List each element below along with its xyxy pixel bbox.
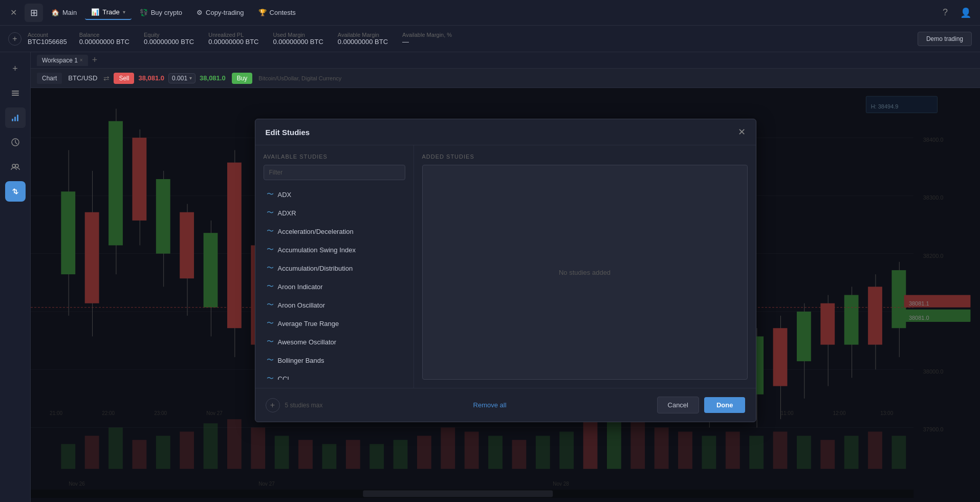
- used-margin-label: Used Margin: [273, 32, 323, 38]
- used-margin-stat: Used Margin 0.00000000 BTC: [273, 32, 323, 46]
- account-label: Account: [28, 32, 67, 38]
- study-item-avg-true[interactable]: 〜 Average True Range: [264, 314, 405, 333]
- left-sidebar: +: [0, 52, 31, 502]
- study-name-cci: CCI: [278, 375, 289, 380]
- sell-button[interactable]: Sell: [114, 73, 134, 84]
- unrealized-pl-stat: Unrealized PL 0.00000000 BTC: [208, 32, 258, 46]
- study-item-adx[interactable]: 〜 ADX: [264, 185, 405, 204]
- contests-icon: 🏆: [258, 9, 267, 16]
- order-size-arrow: ▾: [189, 75, 192, 81]
- account-info: Account BTC1056685: [28, 32, 67, 46]
- study-item-acc-swing[interactable]: 〜 Accumulation Swing Index: [264, 241, 405, 259]
- chart-toolbar: Chart BTC/USD ⇄ Sell 38,081.0 0.001 ▾ 38…: [31, 69, 980, 88]
- study-name-avg-true: Average True Range: [278, 320, 339, 328]
- svg-rect-3: [12, 119, 13, 121]
- chart-canvas: 38400.0 38300.0 38200.0 38100.0 38000.0 …: [31, 88, 980, 502]
- study-wave-icon-acc-dist: 〜: [267, 264, 274, 273]
- study-wave-icon-adx: 〜: [267, 190, 274, 199]
- study-item-awesome[interactable]: 〜 Awesome Oscillator: [264, 333, 405, 351]
- add-widget-icon[interactable]: +: [5, 58, 26, 79]
- modal-actions: + 5 studies max Remove all Cancel Done: [255, 388, 756, 422]
- equity-label: Equity: [144, 32, 194, 38]
- sell-price: 38,081.0: [138, 74, 164, 82]
- clock-icon[interactable]: [5, 132, 26, 152]
- nav-item-trade[interactable]: 📊 Trade ▾: [85, 5, 131, 20]
- add-account-button[interactable]: +: [8, 32, 21, 46]
- study-item-cci[interactable]: 〜 CCI: [264, 369, 405, 380]
- study-wave-icon-accdec: 〜: [267, 227, 274, 236]
- workspace-tab-1[interactable]: Workspace 1 ×: [37, 55, 88, 66]
- modal-body: AVAILABLE STUDIES 〜 ADX 〜 ADXR: [255, 145, 756, 388]
- used-margin-value: 0.00000000 BTC: [273, 38, 323, 46]
- study-name-aroon-osc: Aroon Oscillator: [278, 301, 325, 309]
- added-studies-label: ADDED STUDIES: [422, 154, 748, 160]
- svg-rect-5: [17, 115, 18, 121]
- study-item-adxr[interactable]: 〜 ADXR: [264, 204, 405, 222]
- study-wave-icon-avg-true: 〜: [267, 319, 274, 328]
- workspace-add-button[interactable]: +: [92, 55, 98, 66]
- study-name-accdec: Acceleration/Deceleration: [278, 228, 354, 235]
- chart-subtitle: Bitcoin/UsDollar, Digital Currency: [258, 75, 341, 81]
- study-wave-icon-aroon-osc: 〜: [267, 300, 274, 310]
- grid-icon[interactable]: ⊞: [25, 4, 43, 22]
- add-study-circle-button[interactable]: +: [266, 398, 280, 412]
- study-name-aroon-ind: Aroon Indicator: [278, 283, 323, 291]
- workspace-close-icon[interactable]: ×: [80, 57, 83, 63]
- study-wave-icon-cci: 〜: [267, 374, 274, 380]
- nav-item-buy-crypto[interactable]: 💱 Buy crypto: [134, 6, 188, 19]
- study-wave-icon-adxr: 〜: [267, 208, 274, 217]
- home-icon: 🏠: [51, 9, 59, 16]
- available-studies-panel: AVAILABLE STUDIES 〜 ADX 〜 ADXR: [255, 145, 414, 388]
- study-wave-icon-acc-swing: 〜: [267, 245, 274, 254]
- study-item-aroon-ind[interactable]: 〜 Aroon Indicator: [264, 277, 405, 296]
- chart-pair: BTC/USD: [68, 74, 97, 82]
- sync-icon[interactable]: ⇄: [103, 74, 110, 82]
- available-margin-pct-label: Available Margin, %: [402, 32, 452, 38]
- nav-item-contests[interactable]: 🏆 Contests: [252, 6, 302, 19]
- tab-chart[interactable]: Chart: [37, 73, 62, 84]
- trade-arrow: ▾: [123, 9, 125, 15]
- svg-rect-4: [14, 117, 16, 121]
- svg-rect-1: [12, 93, 19, 94]
- group-icon[interactable]: [5, 157, 26, 177]
- modal-header: Edit Studies ✕: [255, 119, 756, 145]
- study-name-adx: ADX: [278, 191, 292, 199]
- order-size-input[interactable]: 0.001 ▾: [168, 73, 195, 83]
- svg-rect-0: [12, 91, 19, 92]
- available-margin-pct-value: —: [402, 38, 452, 46]
- layers-icon[interactable]: [5, 83, 26, 103]
- user-icon[interactable]: 👤: [957, 5, 974, 21]
- study-item-accdec[interactable]: 〜 Acceleration/Deceleration: [264, 222, 405, 241]
- study-item-aroon-osc[interactable]: 〜 Aroon Oscillator: [264, 296, 405, 314]
- top-navigation: ✕ ⊞ 🏠 Main 📊 Trade ▾ 💱 Buy crypto ⚙ Copy…: [0, 0, 980, 26]
- study-item-acc-dist[interactable]: 〜 Accumulation/Distribution: [264, 259, 405, 277]
- modal-close-icon[interactable]: ✕: [738, 126, 746, 138]
- help-icon[interactable]: ?: [937, 5, 953, 21]
- done-button[interactable]: Done: [704, 397, 746, 413]
- chart-icon[interactable]: [5, 107, 26, 128]
- balance-value: 0.00000000 BTC: [79, 38, 129, 46]
- account-bar: + Account BTC1056685 Balance 0.00000000 …: [0, 26, 980, 52]
- study-wave-icon-aroon-ind: 〜: [267, 282, 274, 291]
- nav-item-copy-trading[interactable]: ⚙ Copy-trading: [190, 6, 250, 19]
- study-name-bollinger: Bollinger Bands: [278, 357, 324, 364]
- added-studies-panel: ADDED STUDIES No studies added: [414, 145, 756, 388]
- buy-price: 38,081.0: [200, 74, 226, 82]
- available-margin-label: Available Margin: [338, 32, 388, 38]
- study-item-bollinger[interactable]: 〜 Bollinger Bands: [264, 351, 405, 369]
- studies-list: 〜 ADX 〜 ADXR 〜 Acceleration/Deceleration: [264, 185, 405, 380]
- account-id: BTC1056685: [28, 38, 67, 46]
- buy-button[interactable]: Buy: [232, 73, 253, 84]
- nav-item-main[interactable]: 🏠 Main: [45, 6, 83, 19]
- study-name-awesome: Awesome Oscillator: [278, 338, 337, 346]
- demo-trading-button[interactable]: Demo trading: [918, 32, 972, 46]
- remove-all-button[interactable]: Remove all: [473, 401, 507, 409]
- studies-max-label: 5 studies max: [285, 402, 323, 409]
- transfer-icon[interactable]: [5, 181, 26, 202]
- trade-icon: 📊: [91, 8, 99, 16]
- cancel-button[interactable]: Cancel: [657, 397, 699, 413]
- added-studies-box: No studies added: [422, 165, 748, 380]
- svg-point-8: [15, 164, 18, 167]
- close-icon[interactable]: ✕: [6, 6, 20, 20]
- filter-input[interactable]: [264, 165, 405, 180]
